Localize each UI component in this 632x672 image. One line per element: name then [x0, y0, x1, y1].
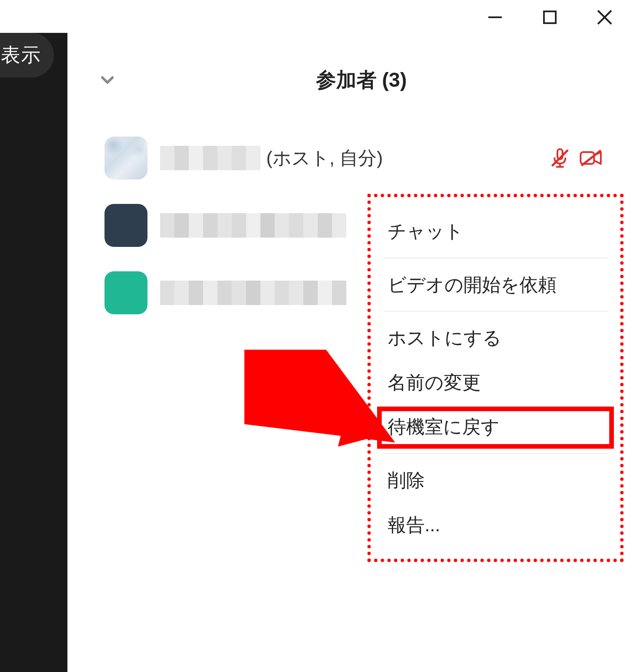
- participant-name-area: [160, 281, 346, 305]
- menu-item-rename[interactable]: 名前の変更: [371, 360, 620, 405]
- participant-avatar: [104, 204, 147, 247]
- participant-name-redacted: [160, 146, 260, 170]
- menu-item-chat[interactable]: チャット: [371, 209, 620, 254]
- menu-item-report[interactable]: 報告...: [371, 503, 620, 547]
- window-controls: [379, 3, 632, 31]
- participant-role-label: (ホスト, 自分): [266, 146, 383, 171]
- maximize-icon: [541, 8, 559, 27]
- minimize-icon: [486, 8, 504, 27]
- menu-item-ask-start-video[interactable]: ビデオの開始を依頼: [371, 262, 620, 307]
- minimize-button[interactable]: [468, 5, 522, 29]
- participant-name-redacted: [160, 281, 346, 305]
- menu-divider: [383, 258, 608, 258]
- menu-divider: [383, 311, 608, 311]
- menu-item-remove[interactable]: 削除: [371, 458, 620, 503]
- close-icon: [595, 7, 615, 27]
- participant-name-redacted: [160, 213, 346, 238]
- menu-item-make-host[interactable]: ホストにする: [371, 316, 620, 360]
- maximize-button[interactable]: [522, 5, 577, 29]
- participant-row-host[interactable]: (ホスト, 自分): [104, 124, 607, 192]
- participant-status-icons: [549, 147, 603, 169]
- participant-avatar: [104, 137, 147, 179]
- participant-avatar: [104, 271, 147, 314]
- participant-context-menu: チャット ビデオの開始を依頼 ホストにする 名前の変更 待機室に戻す 削除 報告…: [367, 194, 624, 562]
- svg-rect-1: [544, 11, 556, 23]
- menu-divider: [383, 453, 608, 454]
- view-pill-button[interactable]: 表示: [0, 33, 54, 78]
- camera-off-icon: [579, 148, 603, 168]
- close-button[interactable]: [577, 5, 632, 29]
- mic-muted-icon: [549, 147, 571, 169]
- participants-panel-header: 参加者 (3): [95, 65, 615, 95]
- view-pill-label: 表示: [1, 42, 41, 68]
- main-dark-background: [0, 33, 67, 672]
- panel-title: 参加者 (3): [107, 67, 615, 94]
- participant-name-area: (ホスト, 自分): [160, 146, 383, 171]
- menu-item-waiting-room[interactable]: 待機室に戻す: [371, 404, 620, 449]
- participant-name-area: [160, 213, 346, 238]
- svg-line-11: [257, 362, 362, 423]
